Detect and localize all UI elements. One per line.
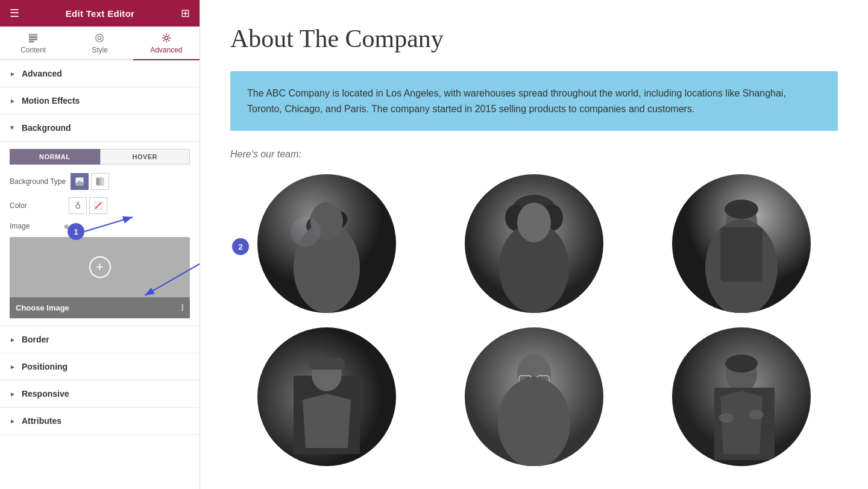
tab-style[interactable]: Style bbox=[66, 27, 133, 60]
annotation-2: 2 bbox=[232, 238, 249, 255]
team-member-2 bbox=[465, 174, 603, 313]
background-type-row: Background Type bbox=[10, 173, 190, 190]
tabs-row: Content Style Advanced bbox=[0, 27, 200, 60]
background-label: Background bbox=[22, 123, 71, 133]
section-responsive[interactable]: ► Responsive bbox=[0, 380, 200, 408]
tab-content-label: Content bbox=[20, 46, 46, 54]
svg-rect-33 bbox=[720, 227, 763, 282]
attributes-label: Attributes bbox=[22, 416, 61, 426]
section-positioning[interactable]: ► Positioning bbox=[0, 353, 200, 380]
background-arrow: ► bbox=[9, 125, 16, 131]
section-advanced[interactable]: ► Advanced bbox=[0, 60, 200, 87]
team-member-6 bbox=[672, 327, 811, 466]
team-member-3 bbox=[672, 174, 811, 313]
svg-point-8 bbox=[80, 178, 83, 181]
team-member-4 bbox=[257, 327, 396, 466]
plus-icon: + bbox=[89, 256, 111, 278]
positioning-arrow: ► bbox=[10, 364, 16, 370]
svg-line-10 bbox=[95, 203, 101, 209]
main-content: About The Company The ABC Company is loc… bbox=[200, 0, 868, 489]
svg-point-44 bbox=[498, 377, 570, 466]
svg-point-49 bbox=[719, 413, 734, 423]
panel-header: ☰ Edit Text Editor ⊞ bbox=[0, 0, 200, 27]
left-panel: ☰ Edit Text Editor ⊞ Content Style bbox=[0, 0, 200, 489]
panel-title: Edit Text Editor bbox=[66, 8, 135, 19]
svg-point-31 bbox=[725, 200, 758, 219]
color-label: Color bbox=[10, 201, 64, 210]
slash-btn[interactable] bbox=[89, 197, 107, 214]
svg-rect-37 bbox=[309, 358, 345, 370]
responsive-arrow: ► bbox=[10, 391, 16, 397]
section-border[interactable]: ► Border bbox=[0, 326, 200, 353]
image-row: Image ⎈ bbox=[10, 221, 190, 231]
normal-hover-tabs: NORMAL HOVER bbox=[10, 149, 190, 165]
section-background[interactable]: ► Background bbox=[0, 115, 200, 142]
image-upload-area: + Choose Image ⁝ bbox=[10, 237, 190, 318]
bg-type-gradient-btn[interactable] bbox=[91, 173, 109, 190]
svg-point-6 bbox=[165, 36, 168, 39]
menu-dots-icon: ⁝ bbox=[181, 302, 184, 314]
annotation-1: 1 bbox=[68, 223, 84, 240]
bg-type-classic-btn[interactable] bbox=[71, 173, 89, 190]
advanced-arrow: ► bbox=[10, 71, 16, 77]
border-arrow: ► bbox=[10, 336, 16, 343]
panel-content: ► Advanced ► Motion Effects ► Background… bbox=[0, 60, 200, 489]
upload-placeholder[interactable]: + bbox=[10, 237, 190, 297]
team-grid bbox=[230, 174, 838, 466]
grid-icon[interactable]: ⊞ bbox=[181, 7, 190, 20]
svg-point-21 bbox=[291, 216, 321, 247]
section-motion-effects[interactable]: ► Motion Effects bbox=[0, 87, 200, 115]
background-content: NORMAL HOVER Background Type bbox=[0, 142, 200, 326]
info-text: The ABC Company is located in Los Angele… bbox=[247, 86, 821, 116]
svg-point-5 bbox=[98, 36, 101, 39]
advanced-label: Advanced bbox=[22, 69, 62, 78]
image-label: Image bbox=[10, 222, 64, 230]
choose-image-bar[interactable]: Choose Image ⁝ bbox=[10, 297, 190, 318]
team-member-5 bbox=[465, 327, 603, 466]
section-attributes[interactable]: ► Attributes bbox=[0, 408, 200, 435]
bg-type-label: Background Type bbox=[10, 177, 66, 186]
tab-content[interactable]: Content bbox=[0, 27, 66, 60]
team-member-1 bbox=[257, 174, 396, 313]
svg-point-47 bbox=[725, 355, 758, 373]
collapse-panel-btn[interactable]: ❮ bbox=[200, 232, 200, 258]
svg-point-28 bbox=[517, 203, 551, 242]
info-box: The ABC Company is located in Los Angele… bbox=[230, 71, 838, 131]
page-title: About The Company bbox=[230, 24, 838, 53]
motion-arrow: ► bbox=[10, 98, 16, 104]
svg-point-50 bbox=[749, 410, 764, 420]
tab-style-label: Style bbox=[92, 46, 108, 54]
color-controls: ♁ bbox=[69, 197, 107, 214]
responsive-label: Responsive bbox=[22, 389, 69, 399]
color-row: Color ♁ bbox=[10, 197, 190, 214]
hover-tab[interactable]: HOVER bbox=[100, 149, 190, 165]
choose-image-label: Choose Image bbox=[16, 303, 69, 312]
normal-tab[interactable]: NORMAL bbox=[10, 149, 100, 165]
border-label: Border bbox=[22, 335, 49, 344]
svg-rect-2 bbox=[30, 39, 37, 40]
globe-btn[interactable]: ♁ bbox=[69, 197, 87, 214]
svg-point-4 bbox=[96, 34, 104, 42]
bg-type-controls bbox=[71, 173, 109, 190]
svg-rect-9 bbox=[96, 178, 104, 185]
motion-label: Motion Effects bbox=[22, 96, 80, 106]
team-label: Here's our team: bbox=[230, 149, 838, 160]
svg-rect-1 bbox=[30, 37, 37, 37]
positioning-label: Positioning bbox=[22, 362, 68, 371]
tab-advanced[interactable]: Advanced bbox=[133, 27, 200, 60]
svg-rect-3 bbox=[30, 41, 34, 42]
hamburger-icon[interactable]: ☰ bbox=[10, 7, 19, 20]
tab-advanced-label: Advanced bbox=[150, 46, 182, 54]
attributes-arrow: ► bbox=[10, 418, 16, 424]
svg-rect-0 bbox=[30, 34, 37, 36]
